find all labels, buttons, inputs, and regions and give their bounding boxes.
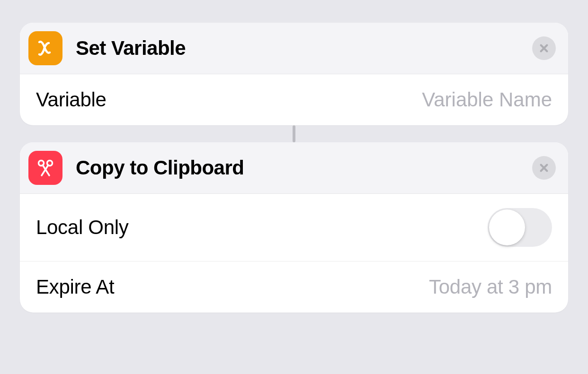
variable-name-input[interactable] bbox=[116, 88, 552, 111]
variable-x-icon bbox=[28, 31, 62, 65]
close-icon bbox=[539, 163, 549, 173]
action-header: Copy to Clipboard bbox=[20, 142, 568, 194]
local-only-toggle[interactable] bbox=[488, 208, 552, 247]
close-icon bbox=[539, 43, 549, 53]
expire-at-value: Today at 3 pm bbox=[429, 276, 552, 298]
action-card-copy-clipboard: Copy to Clipboard Local Only Expire At T… bbox=[20, 142, 568, 313]
action-card-set-variable: Set Variable Variable bbox=[20, 23, 568, 125]
expire-at-row[interactable]: Expire At Today at 3 pm bbox=[20, 261, 568, 313]
action-header: Set Variable bbox=[20, 23, 568, 74]
toggle-knob bbox=[489, 209, 525, 245]
close-button[interactable] bbox=[532, 156, 556, 180]
variable-row[interactable]: Variable bbox=[20, 74, 568, 125]
expire-at-label: Expire At bbox=[36, 276, 114, 298]
action-title: Set Variable bbox=[76, 37, 532, 60]
scissors-icon bbox=[28, 151, 62, 185]
action-connector bbox=[293, 125, 295, 142]
action-title: Copy to Clipboard bbox=[76, 157, 532, 179]
variable-label: Variable bbox=[36, 88, 107, 111]
local-only-row: Local Only bbox=[20, 194, 568, 261]
local-only-label: Local Only bbox=[36, 216, 128, 239]
close-button[interactable] bbox=[532, 36, 556, 60]
